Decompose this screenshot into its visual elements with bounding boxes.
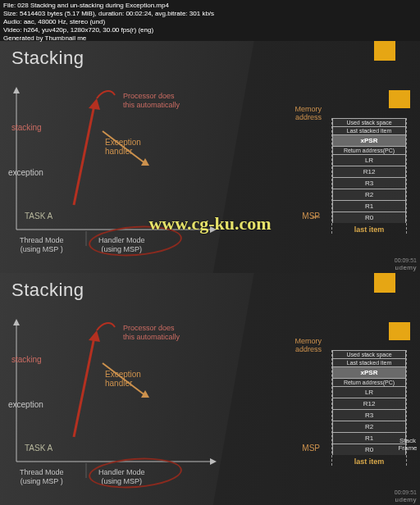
stack-row: Used stack space	[332, 350, 406, 358]
stack-row: R3	[332, 409, 406, 421]
processor-note: Processor doesthis automatically	[123, 324, 180, 342]
brand-label: udemy	[395, 264, 417, 271]
orange-accent	[389, 90, 410, 108]
meta-line: File: 028 Stacking and un-stacking durin…	[3, 2, 214, 10]
meta-line: Size: 5414403 bytes (5.17 MiB), duration…	[3, 10, 214, 18]
last-item-label: last item	[332, 455, 406, 466]
stack-row: LR	[332, 386, 406, 398]
exception-handler-label: Exceptionhandler	[105, 370, 141, 388]
svg-marker-7	[141, 158, 149, 166]
stack-row: Return address(PC)	[332, 378, 406, 386]
msp-label: MSP	[302, 444, 320, 453]
stack-row: Last stacked item	[332, 126, 406, 134]
processor-note: Processor doesthis automatically	[123, 92, 180, 110]
svg-marker-19	[141, 390, 149, 398]
stack-frame-table: Used stack space Last stacked item xPSR …	[331, 118, 407, 234]
last-item-label: last item	[332, 223, 406, 234]
stack-row: R2	[332, 189, 406, 200]
stack-row: xPSR	[332, 134, 406, 146]
slide-title: Stacking	[11, 280, 84, 301]
stack-row: Last stacked item	[332, 358, 406, 366]
stack-row: R0	[332, 212, 406, 223]
exception-label: exception	[8, 400, 43, 409]
red-circle-annotation	[88, 455, 183, 491]
stack-row: R12	[332, 166, 406, 177]
stack-row: R2	[332, 421, 406, 432]
svg-marker-13	[13, 319, 20, 325]
slide-2: Stacking stacking exception Processor do…	[0, 273, 420, 505]
timestamp: 00:09:51	[395, 257, 417, 263]
task-a-label: TASK A	[25, 444, 52, 453]
stack-row: R3	[332, 177, 406, 189]
exception-label: exception	[8, 168, 43, 177]
memory-address-label: Memoryaddress	[294, 337, 322, 353]
stack-row: R12	[332, 398, 406, 409]
slide-1: Stacking stacking exception Processor do…	[0, 41, 420, 273]
stack-row: R1	[332, 200, 406, 212]
thread-mode-label: Thread Mode(using MSP )	[20, 236, 64, 254]
stack-row: Used stack space	[332, 118, 406, 126]
watermark: www.cg-ku.com	[148, 213, 271, 234]
orange-accent	[374, 273, 395, 293]
timestamp: 00:09:51	[395, 489, 417, 495]
orange-accent	[374, 41, 395, 61]
memory-address-label: Memoryaddress	[294, 105, 322, 121]
svg-marker-15	[210, 458, 217, 465]
svg-marker-5	[89, 98, 100, 110]
stack-row: Return address(PC)	[332, 146, 406, 154]
svg-marker-17	[89, 330, 100, 342]
brand-label: udemy	[395, 496, 417, 503]
task-a-label: TASK A	[25, 212, 52, 221]
svg-line-4	[74, 105, 94, 205]
stacking-label: stacking	[11, 355, 42, 364]
meta-line: Generated by Thumbnail me	[3, 34, 214, 43]
exception-handler-label: Exceptionhandler	[105, 138, 141, 156]
stacking-label: stacking	[11, 123, 42, 132]
svg-line-16	[74, 337, 94, 437]
stack-row: LR	[332, 154, 406, 166]
msp-label: MSP	[302, 212, 320, 221]
slide-title: Stacking	[11, 48, 84, 69]
thread-mode-label: Thread Mode(using MSP )	[20, 468, 64, 486]
meta-line: Audio: aac, 48000 Hz, stereo (und)	[3, 18, 214, 26]
svg-marker-1	[13, 87, 20, 93]
file-metadata: File: 028 Stacking and un-stacking durin…	[3, 2, 214, 43]
orange-accent	[389, 322, 410, 340]
stack-row: xPSR	[332, 366, 406, 378]
stack-frame-label: StackFrame	[395, 437, 420, 452]
meta-line: Video: h264, yuv420p, 1280x720, 30.00 fp…	[3, 26, 214, 34]
